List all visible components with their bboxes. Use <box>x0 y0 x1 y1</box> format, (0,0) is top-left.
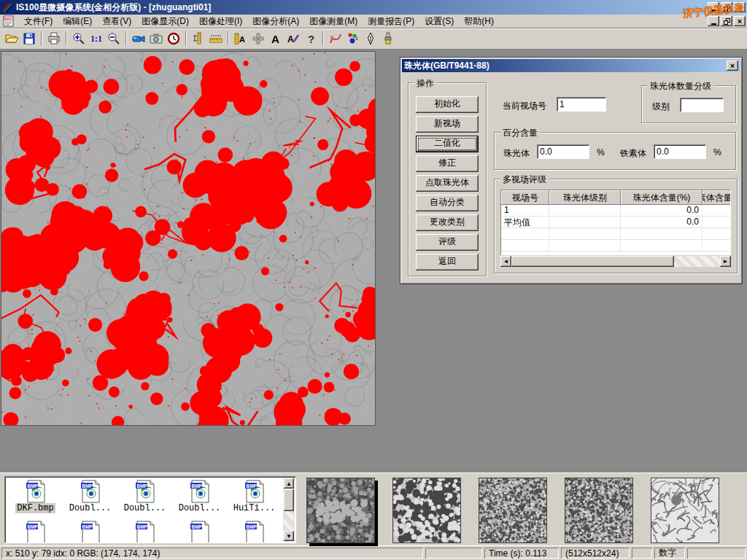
file-item[interactable]: BMP Doubl... <box>63 480 117 513</box>
brush-tool-icon[interactable] <box>379 30 397 47</box>
caliper-icon[interactable] <box>190 30 207 47</box>
help-icon[interactable]: ? <box>302 30 320 47</box>
table-horizontal-scrollbar[interactable]: ◄ ► <box>500 256 731 267</box>
status-bar: x: 510 y: 79 idx: 0 RGB: (174, 174, 174)… <box>0 545 747 560</box>
save-icon[interactable] <box>20 30 38 47</box>
col-field-no[interactable]: 视场号 <box>501 190 549 205</box>
ferrite-percent-input[interactable] <box>654 144 706 159</box>
file-item[interactable]: BMP HuiTi... <box>227 480 282 513</box>
current-field-input[interactable] <box>557 97 606 112</box>
dialog-close-button[interactable]: × <box>727 61 738 71</box>
actual-size-icon[interactable]: 1:1 <box>88 30 105 47</box>
file-name[interactable]: HuiTi... <box>232 503 277 513</box>
change-class-button[interactable]: 更改类别 <box>416 214 479 231</box>
close-button[interactable]: × <box>734 2 746 12</box>
print-icon[interactable] <box>45 30 63 47</box>
bmp-file-icon: BMP <box>244 521 266 543</box>
rate-button[interactable]: 评级 <box>416 234 479 251</box>
col-pearlite-grade[interactable]: 珠光体级别 <box>549 190 621 205</box>
thumbnail-3[interactable] <box>479 478 547 543</box>
grade-level-input[interactable] <box>680 98 724 112</box>
toolbar: 1:1 A A A ? 3 <box>0 28 747 50</box>
scroll-right-icon[interactable]: ► <box>720 256 731 267</box>
cursor-status: x: 510 y: 79 idx: 0 RGB: (174, 174, 174) <box>1 548 423 559</box>
classify-particles-icon[interactable]: 3 <box>344 30 362 47</box>
text-icon[interactable]: A <box>267 30 285 47</box>
scroll-left-icon[interactable]: ◄ <box>500 256 511 267</box>
thumbnail-5[interactable] <box>651 478 719 543</box>
timer-clock-icon[interactable] <box>165 30 182 47</box>
file-browser[interactable]: BMP DKF.bmp BMP Doubl... BMP Doubl... BM… <box>4 476 296 543</box>
menu-image-measure[interactable]: 图像测量(M) <box>304 14 363 29</box>
menu-edit[interactable]: 编辑(E) <box>58 14 97 29</box>
file-item[interactable]: BMP <box>172 521 227 543</box>
file-item[interactable]: BMP <box>63 521 117 543</box>
file-item[interactable]: BMP Doubl... <box>172 480 227 513</box>
file-name[interactable]: DKF.bmp <box>15 503 55 513</box>
mdi-restore-button[interactable] <box>721 16 732 26</box>
restore-button[interactable] <box>721 2 732 12</box>
thumbnail-4[interactable] <box>565 478 633 543</box>
open-icon[interactable] <box>3 30 20 47</box>
file-item[interactable]: BMP <box>8 521 63 543</box>
camera-icon[interactable] <box>147 30 165 47</box>
ruler-icon[interactable] <box>207 30 225 47</box>
table-row[interactable]: 1 0.0 <box>501 205 730 217</box>
scroll-track[interactable] <box>511 256 720 267</box>
zoom-in-icon[interactable] <box>70 30 88 47</box>
menu-view[interactable]: 查看(V) <box>97 14 136 29</box>
minimize-button[interactable] <box>708 2 719 12</box>
menu-help[interactable]: 帮助(H) <box>459 14 499 29</box>
measure-text-icon[interactable]: A <box>232 30 249 47</box>
metallograph-image[interactable] <box>1 51 376 426</box>
document-icon[interactable]: DOC <box>3 15 16 27</box>
menu-image-processing[interactable]: 图像处理(I) <box>194 14 247 29</box>
menu-file[interactable]: 文件(F) <box>19 14 58 29</box>
table-row[interactable]: 平均值 0.0 <box>501 217 730 228</box>
bmp-file-icon: BMP <box>25 480 47 503</box>
new-field-button[interactable]: 新视场 <box>416 116 479 133</box>
rating-table[interactable]: 视场号 珠光体级别 珠光体含量(%) 铁素体含量(%) 1 0.0 平均值 <box>500 190 731 255</box>
file-item[interactable]: BMP <box>227 521 282 543</box>
thumbnail-1[interactable] <box>306 478 375 543</box>
status-mode: 数字 <box>654 548 685 559</box>
file-item[interactable]: BMP <box>117 521 172 543</box>
file-name[interactable]: Doubl... <box>68 503 113 513</box>
pearlite-percent-input[interactable] <box>537 144 589 159</box>
bmp-file-icon: BMP <box>244 480 266 503</box>
menu-image-analysis[interactable]: 图像分析(A) <box>247 14 304 29</box>
scroll-down-icon[interactable]: ▼ <box>284 531 294 541</box>
menu-image-display[interactable]: 图像显示(D) <box>136 14 194 29</box>
scroll-thumb[interactable] <box>284 489 294 511</box>
zoom-out-icon[interactable] <box>105 30 123 47</box>
menu-measure-report[interactable]: 测量报告(P) <box>363 14 419 29</box>
file-item[interactable]: BMP Doubl... <box>117 480 172 513</box>
file-item[interactable]: BMP DKF.bmp <box>8 480 63 513</box>
scroll-thumb[interactable] <box>511 256 674 267</box>
video-camera-icon[interactable] <box>130 30 147 47</box>
binarize-button[interactable]: 二值化 <box>416 136 479 152</box>
pen-tool-icon[interactable] <box>362 30 379 47</box>
table-row-empty <box>501 240 730 252</box>
auto-classify-button[interactable]: 自动分类 <box>416 195 479 211</box>
col-pearlite-content[interactable]: 珠光体含量(%) <box>621 190 703 205</box>
scroll-up-icon[interactable]: ▲ <box>284 478 294 489</box>
file-name[interactable]: Doubl... <box>177 503 222 513</box>
initialize-button[interactable]: 初始化 <box>416 96 479 113</box>
thumbnail-2[interactable] <box>392 478 461 543</box>
curve-tool-icon[interactable] <box>327 30 344 47</box>
grid-select-icon[interactable] <box>249 30 267 47</box>
menu-settings[interactable]: 设置(S) <box>419 14 459 29</box>
pick-pearlite-button[interactable]: 点取珠光体 <box>416 175 479 192</box>
correct-button[interactable]: 修正 <box>416 155 479 172</box>
cell-field-no: 平均值 <box>501 217 549 228</box>
mdi-minimize-button[interactable] <box>708 16 719 26</box>
return-button[interactable]: 返回 <box>416 254 479 271</box>
col-ferrite-content[interactable]: 铁素体含量(%) <box>703 190 731 205</box>
gallery-panel: BMP DKF.bmp BMP Doubl... BMP Doubl... BM… <box>0 472 747 545</box>
annotate-icon[interactable]: A <box>285 30 302 47</box>
mdi-close-button[interactable]: × <box>734 16 746 26</box>
file-list-scrollbar[interactable]: ▲ ▼ <box>283 478 295 542</box>
dialog-title-bar[interactable]: 珠光体(GB/T9441-88) × <box>402 59 740 72</box>
file-name[interactable]: Doubl... <box>123 503 168 513</box>
